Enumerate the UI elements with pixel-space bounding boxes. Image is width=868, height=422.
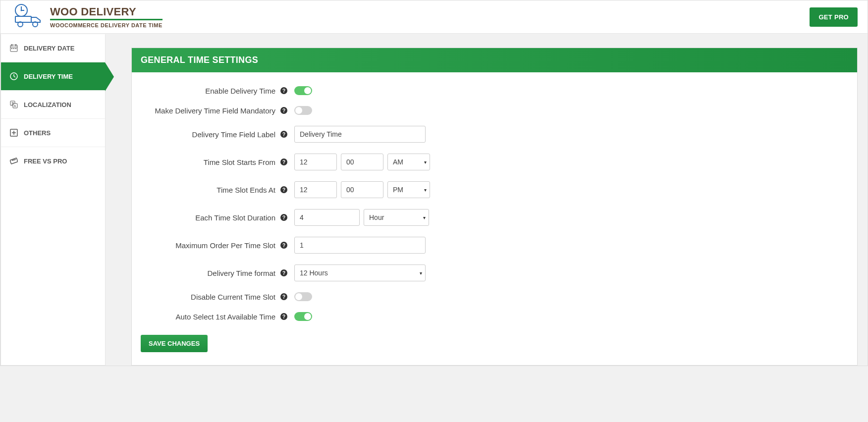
help-icon[interactable]: ? — [280, 269, 287, 276]
svg-rect-11 — [11, 48, 12, 49]
sidebar-item-others[interactable]: OTHERS — [1, 119, 105, 147]
sidebar: DELIVERY DATE DELIVERY TIME 文A LOCALIZAT… — [0, 34, 106, 366]
sidebar-item-label: LOCALIZATION — [24, 101, 71, 108]
main-content: GENERAL TIME SETTINGS Enable Delivery Ti… — [106, 34, 868, 366]
help-icon[interactable]: ? — [280, 107, 287, 114]
label-enable-delivery-time: Enable Delivery Time — [141, 87, 275, 95]
help-icon[interactable]: ? — [280, 313, 287, 320]
input-start-minute[interactable] — [341, 154, 383, 170]
help-icon[interactable]: ? — [280, 131, 287, 138]
row-duration: Each Time Slot Duration ? Hour — [141, 209, 848, 226]
sidebar-item-label: FREE VS PRO — [24, 158, 67, 165]
label-mandatory: Make Delivery Time Field Mandatory — [141, 106, 275, 115]
row-mandatory: Make Delivery Time Field Mandatory ? — [141, 106, 848, 115]
localization-icon: 文A — [10, 101, 18, 108]
sidebar-item-label: DELIVERY DATE — [24, 45, 74, 52]
brand-subtitle: WOOCOMMERCE DELIVERY DATE TIME — [50, 22, 163, 28]
svg-rect-12 — [13, 48, 14, 49]
select-end-ampm[interactable]: PM — [387, 181, 430, 198]
sidebar-item-free-vs-pro[interactable]: FREE VS PRO — [1, 147, 105, 175]
row-ends-at: Time Slot Ends At ? PM — [141, 181, 848, 198]
get-pro-button[interactable]: GET PRO — [810, 7, 858, 27]
label-duration: Each Time Slot Duration — [141, 213, 275, 222]
label-ends-at: Time Slot Ends At — [141, 186, 275, 194]
toggle-enable-delivery-time[interactable] — [294, 86, 312, 95]
row-auto-select: Auto Select 1st Available Time ? — [141, 312, 848, 321]
select-start-ampm[interactable]: AM — [387, 154, 430, 170]
label-time-format: Delivery Time format — [141, 269, 275, 277]
row-enable-delivery-time: Enable Delivery Time ? — [141, 86, 848, 95]
sidebar-item-label: OTHERS — [24, 129, 51, 137]
row-max-order: Maximum Order Per Time Slot ? — [141, 237, 848, 254]
delivery-truck-icon — [12, 3, 43, 30]
help-icon[interactable]: ? — [280, 186, 287, 193]
svg-rect-4 — [15, 16, 31, 22]
toggle-mandatory[interactable] — [294, 106, 312, 115]
row-field-label: Delivery Time Field Label ? — [141, 126, 848, 143]
row-disable-current: Disable Current Time Slot ? — [141, 292, 848, 301]
label-field-label: Delivery Time Field Label — [141, 130, 275, 139]
help-icon[interactable]: ? — [280, 242, 287, 249]
sidebar-item-delivery-date[interactable]: DELIVERY DATE — [1, 34, 105, 62]
input-field-label[interactable] — [294, 126, 426, 143]
label-disable-current: Disable Current Time Slot — [141, 293, 275, 301]
svg-rect-24 — [10, 158, 18, 164]
clock-icon — [10, 72, 18, 80]
header: WOO DELIVERY WOOCOMMERCE DELIVERY DATE T… — [0, 0, 868, 34]
help-icon[interactable]: ? — [280, 214, 287, 221]
svg-line-16 — [14, 76, 15, 77]
toggle-disable-current[interactable] — [294, 292, 312, 301]
select-time-format[interactable]: 12 Hours — [294, 264, 426, 281]
compare-icon — [10, 157, 18, 165]
save-changes-button[interactable]: SAVE CHANGES — [141, 335, 208, 352]
panel-title: GENERAL TIME SETTINGS — [132, 48, 857, 72]
svg-rect-13 — [15, 48, 16, 49]
help-icon[interactable]: ? — [280, 293, 287, 300]
brand: WOO DELIVERY WOOCOMMERCE DELIVERY DATE T… — [5, 3, 163, 30]
calendar-icon — [10, 44, 18, 52]
sidebar-item-localization[interactable]: 文A LOCALIZATION — [1, 91, 105, 119]
input-start-hour[interactable] — [294, 154, 337, 170]
row-starts-from: Time Slot Starts From ? AM — [141, 154, 848, 170]
input-end-minute[interactable] — [341, 181, 383, 198]
settings-panel: GENERAL TIME SETTINGS Enable Delivery Ti… — [131, 48, 858, 366]
help-icon[interactable]: ? — [280, 87, 287, 94]
label-max-order: Maximum Order Per Time Slot — [141, 241, 275, 250]
sidebar-item-label: DELIVERY TIME — [24, 73, 73, 80]
sidebar-item-delivery-time[interactable]: DELIVERY TIME — [1, 62, 105, 91]
select-duration-unit[interactable]: Hour — [364, 209, 429, 226]
svg-text:A: A — [14, 105, 16, 107]
brand-title: WOO DELIVERY — [50, 5, 163, 20]
label-starts-from: Time Slot Starts From — [141, 158, 275, 166]
help-icon[interactable]: ? — [280, 158, 287, 165]
toggle-auto-select[interactable] — [294, 312, 312, 321]
row-time-format: Delivery Time format ? 12 Hours — [141, 264, 848, 281]
others-icon — [10, 129, 18, 137]
input-end-hour[interactable] — [294, 181, 337, 198]
input-max-order[interactable] — [294, 237, 426, 254]
label-auto-select: Auto Select 1st Available Time — [141, 313, 275, 321]
input-duration-value[interactable] — [294, 209, 360, 226]
